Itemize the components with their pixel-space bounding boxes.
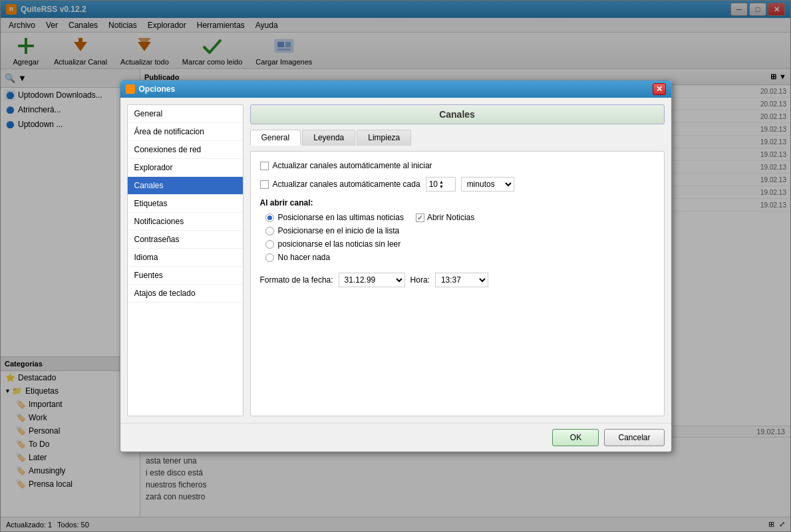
radio-row-4: No hacer nada: [265, 253, 655, 262]
dialog-title-bar: Opciones ✕: [120, 80, 671, 98]
modal-overlay: Opciones ✕ General Área de notificacion …: [0, 0, 791, 532]
radio-row-3: posicionarse el las noticias sin leer: [265, 239, 655, 249]
radio-no-hacer-label: No hacer nada: [278, 253, 331, 262]
radio-inicio-lista[interactable]: [265, 227, 274, 235]
cancel-button[interactable]: Cancelar: [604, 429, 664, 446]
radio-row-1: Posicionarse en las ultimas noticias Abr…: [265, 213, 655, 222]
tab-general[interactable]: General: [250, 130, 301, 146]
nav-area-notificacion[interactable]: Área de notificacion: [128, 123, 243, 141]
ok-button[interactable]: OK: [552, 429, 599, 446]
spin-up-button[interactable]: ▲: [439, 180, 444, 184]
interval-unit-select[interactable]: minutos horas: [461, 177, 514, 192]
date-format-select[interactable]: 31.12.99 12/31/99: [339, 273, 405, 287]
abrir-noticias-row: Abrir Noticias: [416, 213, 474, 222]
date-format-label: Formato de la fecha:: [260, 275, 333, 285]
time-label: Hora:: [410, 275, 430, 285]
dialog-title: Opciones: [139, 84, 653, 94]
nav-contrasenas[interactable]: Contraseñas: [128, 231, 243, 249]
time-format-select[interactable]: 13:37 1:37 PM: [435, 273, 488, 287]
dialog-nav: General Área de notificacion Conexiones …: [127, 104, 243, 416]
auto-update-interval-row: Actualizar canales automáticamente cada …: [260, 177, 655, 192]
nav-etiquetas[interactable]: Etiquetas: [128, 195, 243, 213]
abrir-noticias-label: Abrir Noticias: [427, 213, 474, 222]
auto-update-start-text: Actualizar canales automáticamente al in…: [273, 161, 432, 170]
auto-update-start-row: Actualizar canales automáticamente al in…: [260, 161, 655, 170]
open-channel-section-label: Al abrir canal:: [260, 198, 655, 207]
auto-update-interval-checkbox[interactable]: [260, 180, 269, 189]
abrir-noticias-checkbox[interactable]: [416, 213, 424, 222]
radio-no-hacer-nada[interactable]: [265, 253, 274, 262]
tab-limpieza[interactable]: Limpieza: [357, 130, 411, 146]
panel-header: Canales: [250, 104, 665, 124]
nav-idioma[interactable]: Idioma: [128, 249, 243, 267]
tab-leyenda[interactable]: Leyenda: [302, 130, 355, 146]
radio-ultimas-noticias[interactable]: [265, 213, 274, 222]
radio-ultimas-label: Posicionarse en las ultimas noticias: [278, 213, 404, 222]
nav-fuentes[interactable]: Fuentes: [128, 267, 243, 285]
dialog-footer: OK Cancelar: [120, 423, 671, 452]
radio-sin-leer[interactable]: [265, 240, 274, 249]
dialog-app-icon: [126, 84, 135, 94]
nav-notificaciones[interactable]: Notificaciones: [128, 213, 243, 231]
dialog-panel: Canales General Leyenda Limpieza Actuali…: [250, 104, 665, 416]
radio-sin-leer-label: posicionarse el las noticias sin leer: [278, 239, 401, 249]
radio-inicio-label: Posicionarse en el inicio de la lista: [278, 226, 400, 235]
auto-update-start-checkbox[interactable]: [260, 162, 269, 170]
date-format-row: Formato de la fecha: 31.12.99 12/31/99 H…: [260, 273, 655, 287]
auto-update-interval-text: Actualizar canales automáticamente cada: [273, 180, 420, 189]
tab-content-general: Actualizar canales automáticamente al in…: [250, 151, 665, 416]
nav-explorador[interactable]: Explorador: [128, 159, 243, 177]
dialog-body: General Área de notificacion Conexiones …: [120, 98, 671, 423]
radio-row-2: Posicionarse en el inicio de la lista: [265, 226, 655, 235]
options-dialog: Opciones ✕ General Área de notificacion …: [120, 80, 672, 452]
nav-general[interactable]: General: [128, 105, 243, 123]
nav-canales[interactable]: Canales: [128, 177, 243, 195]
spin-buttons: ▲ ▼: [439, 180, 444, 189]
interval-value-input[interactable]: 10 ▲ ▼: [426, 177, 456, 192]
dialog-tabs: General Leyenda Limpieza: [250, 130, 665, 146]
auto-update-start-label[interactable]: Actualizar canales automáticamente al in…: [260, 161, 432, 170]
nav-conexiones-red[interactable]: Conexiones de red: [128, 141, 243, 159]
radio-group-open-channel: Posicionarse en las ultimas noticias Abr…: [260, 213, 655, 262]
dialog-close-button[interactable]: ✕: [653, 83, 666, 95]
auto-update-interval-label[interactable]: Actualizar canales automáticamente cada: [260, 180, 420, 189]
spin-down-button[interactable]: ▼: [439, 184, 444, 189]
nav-atajos[interactable]: Atajos de teclado: [128, 285, 243, 303]
